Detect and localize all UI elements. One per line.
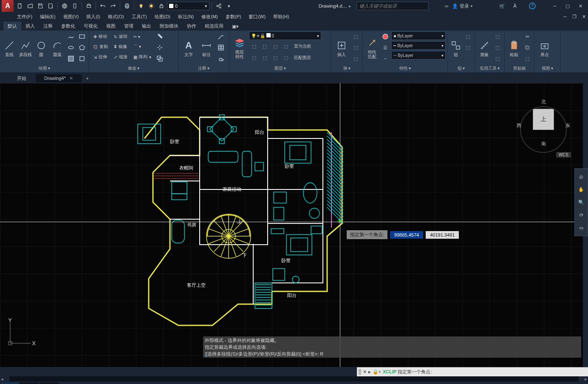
panel-utility-title[interactable]: 实用工具 ▾: [477, 65, 503, 72]
menu-view[interactable]: 视图(V): [63, 14, 79, 20]
app-icon[interactable]: Å: [510, 1, 520, 11]
hardware-icon[interactable]: ⬚: [553, 382, 563, 384]
new-icon[interactable]: [15, 1, 25, 11]
stretch-button[interactable]: ⇲ 拉伸: [91, 52, 110, 62]
child-restore-button[interactable]: ❐: [570, 13, 579, 20]
set-current-button[interactable]: 置为当前: [291, 41, 321, 51]
child-minimize-button[interactable]: ─: [561, 13, 569, 20]
title-dropdown-icon[interactable]: ▸: [349, 3, 351, 9]
web-icon[interactable]: [60, 1, 69, 11]
mirror-button[interactable]: ⧗ 镜像: [111, 42, 130, 52]
basepoint-button[interactable]: 基点: [536, 31, 553, 65]
offset-icon[interactable]: [155, 54, 165, 64]
measure-button[interactable]: 测量: [477, 31, 492, 65]
block-edit-icon[interactable]: ⬚: [351, 42, 361, 53]
lineweight-toggle-icon[interactable]: ≡: [458, 382, 467, 384]
block-attr-icon[interactable]: ⬚: [351, 54, 361, 64]
save-icon[interactable]: [36, 1, 45, 11]
minimize-button[interactable]: ─: [549, 1, 561, 11]
ribbon-tab-apps-icon[interactable]: ▣▾: [228, 23, 243, 31]
scale-label[interactable]: 1:1: [506, 382, 515, 384]
id-icon[interactable]: ⬚: [492, 54, 503, 64]
fillet-button[interactable]: ⌒ ▾: [131, 42, 154, 52]
layer-freeze-icon[interactable]: ⬚: [270, 41, 280, 51]
qat-dropdown-icon[interactable]: ▾: [224, 1, 234, 11]
explode-icon[interactable]: [155, 42, 165, 53]
ribbon-tab-addons[interactable]: 附加模块: [155, 22, 183, 31]
panel-layer-title[interactable]: 图层 ▾: [231, 65, 329, 72]
dynamic-x-field[interactable]: 99865.4574: [390, 231, 423, 239]
color-combo[interactable]: ■ ByLayer▾: [391, 31, 446, 40]
layer-quick-combo[interactable]: 0▾: [167, 2, 209, 10]
cmdline-handle-icon[interactable]: [359, 369, 361, 375]
dimension-button[interactable]: 标注: [198, 31, 215, 65]
close-tab-icon[interactable]: ✕: [69, 76, 73, 81]
grid-toggle-icon[interactable]: ▦: [387, 382, 396, 384]
menu-insert[interactable]: 插入(I): [86, 14, 100, 20]
saveas-icon[interactable]: [46, 1, 55, 11]
menu-draw[interactable]: 绘图(D): [155, 14, 170, 20]
app-logo[interactable]: A: [2, 0, 14, 12]
copy-button[interactable]: ⿻ 复制: [91, 42, 110, 52]
spline-icon[interactable]: [66, 31, 76, 42]
ellipse-icon[interactable]: [66, 42, 76, 53]
lineweight-combo[interactable]: ━ ByLayer▾: [391, 41, 446, 50]
anno-scale-icon[interactable]: ⋔: [494, 382, 503, 384]
cmdline-options-icon[interactable]: ▸: [368, 369, 371, 375]
nav-orbit-icon[interactable]: ⟳: [576, 209, 587, 220]
erase-icon[interactable]: [155, 31, 165, 42]
drawing-canvas[interactable]: 卧室 衣帽间 阳台 卧室 家庭活动 书房 上 下 卧室 客厅上空 阳台 ✳ 指定…: [0, 83, 588, 367]
transparency-icon[interactable]: ▨: [470, 382, 479, 384]
modelspace-button[interactable]: 模型: [375, 382, 384, 384]
cut-icon[interactable]: ✂: [522, 31, 532, 42]
menu-dim[interactable]: 标注(N): [178, 14, 194, 20]
scale-button[interactable]: ⤢ 缩放: [111, 52, 130, 62]
layer-iso-icon[interactable]: ⬚: [249, 41, 259, 51]
insert-block-button[interactable]: 插入: [333, 31, 350, 65]
start-tab[interactable]: 开始: [8, 74, 35, 83]
nav-pan-icon[interactable]: ✋: [576, 184, 587, 195]
cloud-icon[interactable]: [216, 54, 226, 64]
layer-unlock-icon[interactable]: ⬚: [270, 53, 280, 63]
menu-param[interactable]: 参数(P): [226, 14, 241, 20]
layer-combo[interactable]: 💡☀🔓 0▾: [249, 31, 321, 40]
panel-clipboard-title[interactable]: 剪贴板: [506, 65, 532, 72]
ribbon-tab-collab[interactable]: 协作: [183, 22, 201, 31]
menu-window[interactable]: 窗口(W): [249, 14, 266, 20]
customize-status-icon[interactable]: ☰: [577, 382, 586, 384]
ribbon-tab-default[interactable]: 默认: [3, 22, 21, 31]
circle-button[interactable]: 圆: [34, 31, 49, 65]
cart-icon[interactable]: 🛒: [498, 1, 507, 11]
nav-wheel-icon[interactable]: ◎: [576, 171, 587, 182]
command-line[interactable]: ✕ ▸ 🔒▾ XCLIP 指定第一个角点:: [357, 367, 588, 376]
viewcube-east[interactable]: 东: [565, 122, 570, 129]
linetype-combo[interactable]: ─ ByLayer▾: [391, 51, 446, 59]
ribbon-tab-output[interactable]: 输出: [138, 22, 155, 31]
copy-clip-icon[interactable]: ⿻: [522, 42, 532, 53]
help-icon[interactable]: ?: [528, 1, 537, 11]
lock-icon[interactable]: [157, 1, 166, 11]
paste-button[interactable]: 粘贴: [506, 31, 521, 65]
snap-icon[interactable]: ∷: [399, 382, 408, 384]
block-create-icon[interactable]: ⬚: [351, 31, 361, 42]
menu-format[interactable]: 格式(O): [108, 14, 124, 20]
match-props-button[interactable]: 特性 匹配: [365, 31, 379, 65]
search-input[interactable]: 键入关键字或短语: [356, 2, 429, 10]
child-close-button[interactable]: ✕: [580, 13, 588, 20]
menu-file[interactable]: 文件(F): [17, 14, 32, 20]
table-icon[interactable]: [216, 42, 226, 53]
layout1-tab[interactable]: 布局1: [20, 382, 39, 384]
viewcube-north[interactable]: 北: [541, 99, 546, 105]
close-button[interactable]: ✕: [574, 1, 586, 11]
viewcube[interactable]: 北 上 西 东 南: [516, 96, 571, 151]
isolate-icon[interactable]: ◧: [541, 382, 551, 384]
rectangle-icon[interactable]: [77, 31, 87, 42]
ribbon-tab-annotate[interactable]: 注释: [39, 22, 57, 31]
panel-annotate-title[interactable]: 注释 ▾: [180, 65, 227, 72]
scroll-left-icon[interactable]: ◂: [0, 376, 4, 381]
ungroup-icon[interactable]: ⬚: [463, 31, 473, 42]
login-button[interactable]: 👤登录▾: [452, 3, 472, 9]
clean-screen-icon[interactable]: ⛶: [565, 382, 574, 384]
redo-icon[interactable]: [108, 1, 118, 11]
arc-button[interactable]: 圆弧: [50, 31, 65, 65]
